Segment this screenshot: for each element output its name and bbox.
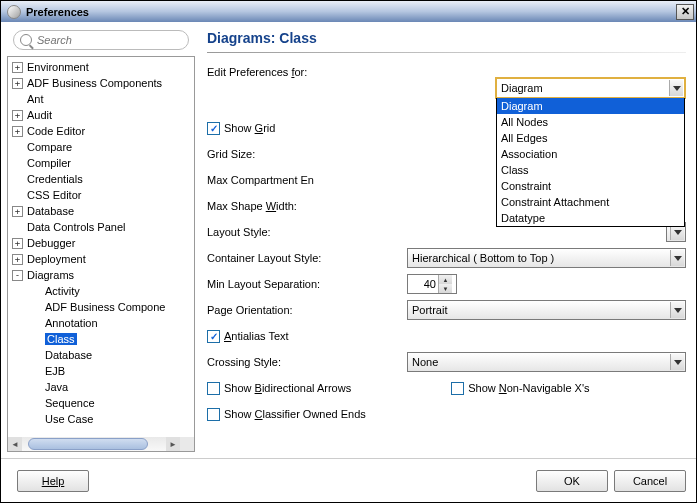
dropdown-option-constraint[interactable]: Constraint [497,178,684,194]
tree-item-label: Use Case [45,413,93,425]
antialias-label: Antialias Text [224,330,289,342]
expand-icon[interactable]: + [12,206,23,217]
dropdown-option-association[interactable]: Association [497,146,684,162]
right-pane: Diagrams: Class Edit Preferences for: Di… [197,22,696,458]
edit-prefs-dropdown[interactable]: DiagramAll NodesAll EdgesAssociationClas… [496,98,685,227]
search-box[interactable] [13,30,189,50]
tree-item-diagrams[interactable]: -Diagrams [8,267,194,283]
search-input[interactable] [37,34,182,46]
tree-item-database[interactable]: +Database [8,203,194,219]
min-layout-label: Min Layout Separation: [207,278,407,290]
close-button[interactable]: ✕ [676,4,694,20]
tree-item-label: Class [45,333,77,345]
antialias-checkbox[interactable]: ✓ [207,330,220,343]
chevron-down-icon[interactable] [670,302,684,318]
expand-icon[interactable]: + [12,238,23,249]
dropdown-option-diagram[interactable]: Diagram [497,98,684,114]
spin-down-icon[interactable]: ▼ [439,284,452,293]
page-orient-combo[interactable]: Portrait [407,300,686,320]
expand-icon[interactable]: + [12,62,23,73]
tree-item-adf-business-compone[interactable]: ADF Business Compone [8,299,194,315]
tree-spacer [30,286,41,297]
page-orient-row: Page Orientation: Portrait [207,299,686,321]
tree-spacer [30,350,41,361]
show-grid-checkbox[interactable]: ✓ [207,122,220,135]
tree-item-label: Ant [27,93,44,105]
min-layout-input[interactable] [408,278,438,290]
show-classifier-checkbox[interactable]: ✓ [207,408,220,421]
expand-icon[interactable]: + [12,126,23,137]
spin-up-icon[interactable]: ▲ [439,275,452,284]
tree-item-database[interactable]: Database [8,347,194,363]
scroll-left-icon[interactable]: ◄ [8,437,22,451]
tree-item-label: Annotation [45,317,98,329]
ok-button[interactable]: OK [536,470,608,492]
crossing-combo[interactable]: None [407,352,686,372]
max-compart-label: Max Compartment En [207,174,347,186]
search-icon [20,34,32,46]
tree-item-compiler[interactable]: Compiler [8,155,194,171]
tree-spacer [30,334,41,345]
tree-spacer [30,366,41,377]
collapse-icon[interactable]: - [12,270,23,281]
show-classifier-label: Show Classifier Owned Ends [224,408,366,420]
tree-item-ant[interactable]: Ant [8,91,194,107]
tree-spacer [12,222,23,233]
scroll-right-icon[interactable]: ► [166,437,180,451]
tree-item-audit[interactable]: +Audit [8,107,194,123]
tree-item-deployment[interactable]: +Deployment [8,251,194,267]
tree-item-credentials[interactable]: Credentials [8,171,194,187]
show-bidi-checkbox[interactable]: ✓ [207,382,220,395]
tree-item-css-editor[interactable]: CSS Editor [8,187,194,203]
dropdown-option-constraint-attachment[interactable]: Constraint Attachment [497,194,684,210]
dropdown-option-all-edges[interactable]: All Edges [497,130,684,146]
page-title: Diagrams: Class [207,30,686,46]
dropdown-option-all-nodes[interactable]: All Nodes [497,114,684,130]
tree-hscroll[interactable]: ◄ ► [8,437,180,451]
help-button[interactable]: Help [17,470,89,492]
tree-item-environment[interactable]: +Environment [8,59,194,75]
tree-item-adf-business-components[interactable]: +ADF Business Components [8,75,194,91]
tree-item-use-case[interactable]: Use Case [8,411,194,427]
chevron-down-icon[interactable] [670,250,684,266]
tree-item-data-controls-panel[interactable]: Data Controls Panel [8,219,194,235]
expand-icon[interactable]: + [12,110,23,121]
tree-spacer [12,174,23,185]
tree-item-label: Environment [27,61,89,73]
tree-item-debugger[interactable]: +Debugger [8,235,194,251]
min-layout-spinner[interactable]: ▲▼ [407,274,457,294]
show-nonnav-checkbox[interactable]: ✓ [451,382,464,395]
dropdown-option-datatype[interactable]: Datatype [497,210,684,226]
dropdown-option-class[interactable]: Class [497,162,684,178]
scroll-corner [180,437,194,451]
tree-spacer [30,414,41,425]
tree-item-java[interactable]: Java [8,379,194,395]
tree-item-class[interactable]: Class [8,331,194,347]
edit-prefs-combo[interactable]: Diagram [496,78,685,98]
expand-icon[interactable]: + [12,78,23,89]
tree-spacer [30,382,41,393]
tree-item-label: ADF Business Compone [45,301,165,313]
tree-item-label: Deployment [27,253,86,265]
scroll-thumb[interactable] [28,438,148,450]
tree-item-ejb[interactable]: EJB [8,363,194,379]
tree-item-sequence[interactable]: Sequence [8,395,194,411]
preferences-tree[interactable]: +Environment+ADF Business ComponentsAnt+… [8,57,194,437]
tree-item-annotation[interactable]: Annotation [8,315,194,331]
app-icon [7,5,21,19]
grid-size-label: Grid Size: [207,148,347,160]
cancel-button[interactable]: Cancel [614,470,686,492]
edit-prefs-value: Diagram [501,82,543,94]
tree-item-label: CSS Editor [27,189,81,201]
tree-item-label: EJB [45,365,65,377]
chevron-down-icon[interactable] [670,354,684,370]
tree-item-activity[interactable]: Activity [8,283,194,299]
expand-icon[interactable]: + [12,254,23,265]
tree-item-code-editor[interactable]: +Code Editor [8,123,194,139]
container-layout-combo[interactable]: Hierarchical ( Bottom to Top ) [407,248,686,268]
tree-item-label: Compare [27,141,72,153]
arrows-row: ✓ Show Bidirectional Arrows ✓ Show Non-N… [207,377,686,399]
chevron-down-icon[interactable] [669,80,683,96]
tree-spacer [12,94,23,105]
tree-item-compare[interactable]: Compare [8,139,194,155]
